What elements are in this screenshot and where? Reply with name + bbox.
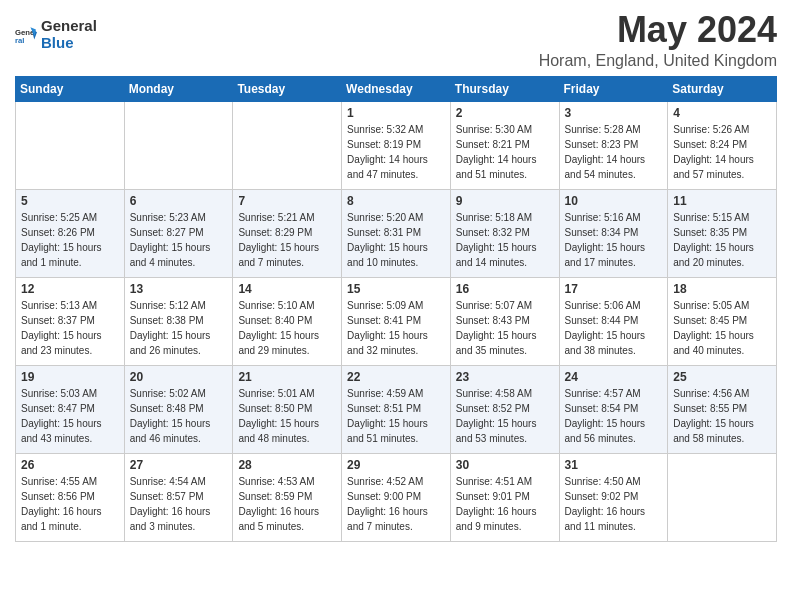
month-title: May 2024	[539, 10, 777, 50]
day-cell: 3Sunrise: 5:28 AMSunset: 8:23 PMDaylight…	[559, 101, 668, 189]
header-cell-wednesday: Wednesday	[342, 76, 451, 101]
day-number: 5	[21, 194, 119, 208]
day-number: 6	[130, 194, 228, 208]
day-info: Sunrise: 5:10 AMSunset: 8:40 PMDaylight:…	[238, 298, 336, 358]
day-number: 1	[347, 106, 445, 120]
day-number: 16	[456, 282, 554, 296]
day-cell: 15Sunrise: 5:09 AMSunset: 8:41 PMDayligh…	[342, 277, 451, 365]
day-info: Sunrise: 5:21 AMSunset: 8:29 PMDaylight:…	[238, 210, 336, 270]
day-info: Sunrise: 4:53 AMSunset: 8:59 PMDaylight:…	[238, 474, 336, 534]
week-row-1: 1Sunrise: 5:32 AMSunset: 8:19 PMDaylight…	[16, 101, 777, 189]
day-info: Sunrise: 5:15 AMSunset: 8:35 PMDaylight:…	[673, 210, 771, 270]
week-row-5: 26Sunrise: 4:55 AMSunset: 8:56 PMDayligh…	[16, 453, 777, 541]
day-cell: 1Sunrise: 5:32 AMSunset: 8:19 PMDaylight…	[342, 101, 451, 189]
day-number: 20	[130, 370, 228, 384]
day-cell: 10Sunrise: 5:16 AMSunset: 8:34 PMDayligh…	[559, 189, 668, 277]
week-row-4: 19Sunrise: 5:03 AMSunset: 8:47 PMDayligh…	[16, 365, 777, 453]
day-info: Sunrise: 5:26 AMSunset: 8:24 PMDaylight:…	[673, 122, 771, 182]
day-cell: 20Sunrise: 5:02 AMSunset: 8:48 PMDayligh…	[124, 365, 233, 453]
day-info: Sunrise: 5:06 AMSunset: 8:44 PMDaylight:…	[565, 298, 663, 358]
day-cell: 14Sunrise: 5:10 AMSunset: 8:40 PMDayligh…	[233, 277, 342, 365]
day-info: Sunrise: 4:52 AMSunset: 9:00 PMDaylight:…	[347, 474, 445, 534]
day-cell: 18Sunrise: 5:05 AMSunset: 8:45 PMDayligh…	[668, 277, 777, 365]
header-cell-tuesday: Tuesday	[233, 76, 342, 101]
day-cell: 23Sunrise: 4:58 AMSunset: 8:52 PMDayligh…	[450, 365, 559, 453]
day-number: 31	[565, 458, 663, 472]
day-cell: 29Sunrise: 4:52 AMSunset: 9:00 PMDayligh…	[342, 453, 451, 541]
logo-general: General	[41, 18, 97, 35]
day-info: Sunrise: 4:50 AMSunset: 9:02 PMDaylight:…	[565, 474, 663, 534]
day-info: Sunrise: 4:56 AMSunset: 8:55 PMDaylight:…	[673, 386, 771, 446]
day-cell: 8Sunrise: 5:20 AMSunset: 8:31 PMDaylight…	[342, 189, 451, 277]
day-info: Sunrise: 4:58 AMSunset: 8:52 PMDaylight:…	[456, 386, 554, 446]
day-info: Sunrise: 5:03 AMSunset: 8:47 PMDaylight:…	[21, 386, 119, 446]
day-number: 29	[347, 458, 445, 472]
day-number: 12	[21, 282, 119, 296]
day-number: 25	[673, 370, 771, 384]
header-row: SundayMondayTuesdayWednesdayThursdayFrid…	[16, 76, 777, 101]
header-cell-friday: Friday	[559, 76, 668, 101]
day-cell: 7Sunrise: 5:21 AMSunset: 8:29 PMDaylight…	[233, 189, 342, 277]
day-info: Sunrise: 5:23 AMSunset: 8:27 PMDaylight:…	[130, 210, 228, 270]
week-row-3: 12Sunrise: 5:13 AMSunset: 8:37 PMDayligh…	[16, 277, 777, 365]
svg-text:ral: ral	[15, 35, 24, 44]
day-cell: 27Sunrise: 4:54 AMSunset: 8:57 PMDayligh…	[124, 453, 233, 541]
day-cell: 25Sunrise: 4:56 AMSunset: 8:55 PMDayligh…	[668, 365, 777, 453]
day-cell: 4Sunrise: 5:26 AMSunset: 8:24 PMDaylight…	[668, 101, 777, 189]
day-number: 15	[347, 282, 445, 296]
day-cell: 16Sunrise: 5:07 AMSunset: 8:43 PMDayligh…	[450, 277, 559, 365]
day-number: 24	[565, 370, 663, 384]
logo-blue: Blue	[41, 35, 97, 52]
day-cell: 5Sunrise: 5:25 AMSunset: 8:26 PMDaylight…	[16, 189, 125, 277]
day-number: 19	[21, 370, 119, 384]
day-number: 11	[673, 194, 771, 208]
day-number: 21	[238, 370, 336, 384]
day-number: 28	[238, 458, 336, 472]
day-number: 9	[456, 194, 554, 208]
day-cell: 19Sunrise: 5:03 AMSunset: 8:47 PMDayligh…	[16, 365, 125, 453]
day-number: 23	[456, 370, 554, 384]
calendar-table: SundayMondayTuesdayWednesdayThursdayFrid…	[15, 76, 777, 542]
day-number: 26	[21, 458, 119, 472]
day-number: 30	[456, 458, 554, 472]
day-info: Sunrise: 5:01 AMSunset: 8:50 PMDaylight:…	[238, 386, 336, 446]
day-cell: 6Sunrise: 5:23 AMSunset: 8:27 PMDaylight…	[124, 189, 233, 277]
day-cell: 11Sunrise: 5:15 AMSunset: 8:35 PMDayligh…	[668, 189, 777, 277]
day-info: Sunrise: 5:25 AMSunset: 8:26 PMDaylight:…	[21, 210, 119, 270]
day-info: Sunrise: 5:12 AMSunset: 8:38 PMDaylight:…	[130, 298, 228, 358]
day-info: Sunrise: 5:18 AMSunset: 8:32 PMDaylight:…	[456, 210, 554, 270]
day-cell	[233, 101, 342, 189]
day-info: Sunrise: 4:57 AMSunset: 8:54 PMDaylight:…	[565, 386, 663, 446]
header-cell-sunday: Sunday	[16, 76, 125, 101]
day-info: Sunrise: 4:55 AMSunset: 8:56 PMDaylight:…	[21, 474, 119, 534]
day-cell	[16, 101, 125, 189]
day-cell: 31Sunrise: 4:50 AMSunset: 9:02 PMDayligh…	[559, 453, 668, 541]
day-cell: 24Sunrise: 4:57 AMSunset: 8:54 PMDayligh…	[559, 365, 668, 453]
day-number: 8	[347, 194, 445, 208]
day-info: Sunrise: 5:16 AMSunset: 8:34 PMDaylight:…	[565, 210, 663, 270]
day-cell: 26Sunrise: 4:55 AMSunset: 8:56 PMDayligh…	[16, 453, 125, 541]
day-info: Sunrise: 4:54 AMSunset: 8:57 PMDaylight:…	[130, 474, 228, 534]
day-info: Sunrise: 4:59 AMSunset: 8:51 PMDaylight:…	[347, 386, 445, 446]
day-cell: 17Sunrise: 5:06 AMSunset: 8:44 PMDayligh…	[559, 277, 668, 365]
logo-icon: Gene ral	[15, 24, 37, 46]
day-number: 13	[130, 282, 228, 296]
day-cell: 12Sunrise: 5:13 AMSunset: 8:37 PMDayligh…	[16, 277, 125, 365]
day-number: 18	[673, 282, 771, 296]
day-info: Sunrise: 5:30 AMSunset: 8:21 PMDaylight:…	[456, 122, 554, 182]
day-info: Sunrise: 5:28 AMSunset: 8:23 PMDaylight:…	[565, 122, 663, 182]
day-number: 14	[238, 282, 336, 296]
week-row-2: 5Sunrise: 5:25 AMSunset: 8:26 PMDaylight…	[16, 189, 777, 277]
day-cell	[668, 453, 777, 541]
page-header: Gene ral General Blue May 2024 Horam, En…	[15, 10, 777, 70]
day-number: 4	[673, 106, 771, 120]
day-info: Sunrise: 5:07 AMSunset: 8:43 PMDaylight:…	[456, 298, 554, 358]
day-cell: 21Sunrise: 5:01 AMSunset: 8:50 PMDayligh…	[233, 365, 342, 453]
header-cell-thursday: Thursday	[450, 76, 559, 101]
day-number: 3	[565, 106, 663, 120]
day-info: Sunrise: 5:20 AMSunset: 8:31 PMDaylight:…	[347, 210, 445, 270]
logo: Gene ral General Blue	[15, 18, 97, 51]
header-cell-saturday: Saturday	[668, 76, 777, 101]
day-cell: 22Sunrise: 4:59 AMSunset: 8:51 PMDayligh…	[342, 365, 451, 453]
location-title: Horam, England, United Kingdom	[539, 52, 777, 70]
